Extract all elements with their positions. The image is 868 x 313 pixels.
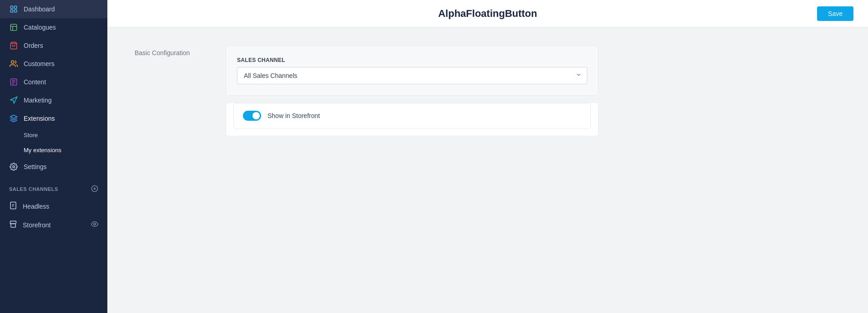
svg-point-8 <box>11 61 14 63</box>
extensions-icon <box>9 114 18 123</box>
content-area: Basic Configuration Sales Channel All Sa… <box>107 27 868 313</box>
sidebar-item-settings[interactable]: Settings <box>0 158 107 176</box>
show-in-storefront-toggle[interactable] <box>243 111 261 121</box>
save-button[interactable]: Save <box>817 6 853 21</box>
catalogues-icon <box>9 23 18 32</box>
sidebar-item-label-settings: Settings <box>24 163 47 170</box>
sidebar-item-label-dashboard: Dashboard <box>24 5 55 13</box>
sales-channel-inner: Sales Channel All Sales Channels <box>226 46 598 95</box>
sidebar-channel-label-storefront: Storefront <box>23 221 50 229</box>
sidebar-item-label-marketing: Marketing <box>24 97 51 104</box>
customers-icon <box>9 59 18 68</box>
toggle-slider <box>243 111 261 121</box>
sidebar-item-catalogues[interactable]: Catalogues <box>0 18 107 36</box>
sales-channel-label: Sales Channel <box>237 57 587 63</box>
sidebar-channel-headless[interactable]: Headless <box>0 197 107 216</box>
orders-icon <box>9 41 18 50</box>
main-area: AlphaFloatingButton Save Basic Configura… <box>107 0 868 313</box>
sidebar-channel-label-headless: Headless <box>23 203 49 210</box>
svg-rect-4 <box>10 24 17 31</box>
sidebar-item-orders[interactable]: Orders <box>0 36 107 55</box>
sales-channel-block: Sales Channel All Sales Channels <box>226 46 599 96</box>
settings-icon <box>9 162 18 171</box>
page-title: AlphaFloatingButton <box>366 8 610 20</box>
storefront-icon <box>9 220 17 230</box>
sidebar-subitem-label-my-extensions: My extensions <box>24 147 61 154</box>
toggle-row: Show in Storefront <box>233 103 591 128</box>
storefront-eye-icon[interactable] <box>91 221 98 229</box>
sidebar: Dashboard Catalogues Orders Customers Co… <box>0 0 107 313</box>
dashboard-icon <box>9 5 18 14</box>
svg-rect-1 <box>15 6 17 8</box>
sales-channel-select[interactable]: All Sales Channels <box>237 67 587 84</box>
sidebar-subitem-store[interactable]: Store <box>0 128 107 143</box>
sales-channel-select-wrapper: All Sales Channels <box>237 67 587 84</box>
add-sales-channel-icon[interactable] <box>91 185 98 193</box>
svg-point-14 <box>94 223 96 225</box>
toggle-label: Show in Storefront <box>267 112 320 119</box>
marketing-icon <box>9 96 18 105</box>
svg-point-10 <box>13 166 15 168</box>
headless-icon <box>9 201 17 211</box>
sidebar-item-content[interactable]: Content <box>0 73 107 91</box>
toggle-block: Show in Storefront <box>226 103 599 136</box>
sidebar-subitem-label-store: Store <box>24 132 38 139</box>
content-icon <box>9 77 18 87</box>
sidebar-item-marketing[interactable]: Marketing <box>0 91 107 109</box>
config-card: Sales Channel All Sales Channels <box>226 46 599 295</box>
svg-rect-3 <box>15 10 17 12</box>
sidebar-item-label-catalogues: Catalogues <box>24 24 56 31</box>
sidebar-item-label-customers: Customers <box>24 60 55 67</box>
sidebar-channel-storefront[interactable]: Storefront <box>0 216 107 234</box>
svg-rect-0 <box>10 6 13 8</box>
topbar: AlphaFloatingButton Save <box>107 0 868 27</box>
section-label: Basic Configuration <box>135 46 207 295</box>
sales-channels-section: Sales Channels <box>0 176 107 197</box>
sidebar-item-extensions[interactable]: Extensions <box>0 109 107 128</box>
sidebar-item-label-extensions: Extensions <box>24 115 55 122</box>
sidebar-subitem-my-extensions[interactable]: My extensions <box>0 143 107 158</box>
sidebar-item-label-orders: Orders <box>24 42 43 49</box>
svg-rect-2 <box>10 10 13 12</box>
sidebar-item-customers[interactable]: Customers <box>0 55 107 73</box>
sidebar-item-dashboard[interactable]: Dashboard <box>0 0 107 18</box>
sidebar-item-label-content: Content <box>24 78 46 86</box>
